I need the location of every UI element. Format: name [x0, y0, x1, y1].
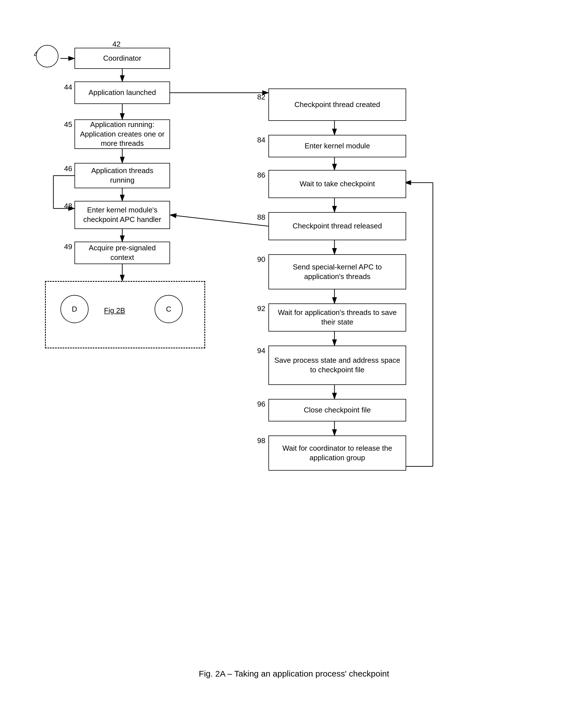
svg-line-24	[170, 215, 268, 226]
label-90: 90	[257, 255, 265, 264]
label-96: 96	[257, 400, 265, 409]
label-44: 44	[64, 83, 72, 91]
wait-coordinator-box: Wait for coordinator to release the appl…	[268, 436, 406, 471]
close-file-box: Close checkpoint file	[268, 399, 406, 422]
app-running-box: Application running: Application creates…	[74, 120, 170, 149]
wait-checkpoint-box: Wait to take checkpoint	[268, 170, 406, 198]
diagram-container: 40 42 Coordinator 44 Application launche…	[17, 17, 568, 663]
label-48: 48	[64, 202, 72, 210]
label-82: 82	[257, 93, 265, 101]
coordinator-box: Coordinator	[74, 48, 170, 69]
checkpoint-released-box: Checkpoint thread released	[268, 212, 406, 240]
checkpoint-created-box: Checkpoint thread created	[268, 88, 406, 121]
wait-threads-box: Wait for application's threads to save t…	[268, 303, 406, 331]
circle-c: C	[155, 295, 183, 323]
start-circle	[36, 45, 58, 67]
label-45: 45	[64, 120, 72, 129]
label-98: 98	[257, 436, 265, 445]
label-46: 46	[64, 164, 72, 173]
send-apc-box: Send special-kernel APC to application's…	[268, 254, 406, 289]
label-88: 88	[257, 213, 265, 222]
enter-kernel-box: Enter kernel module's checkpoint APC han…	[74, 201, 170, 229]
figure-caption: Fig. 2A – Taking an application process'…	[0, 669, 588, 679]
label-94: 94	[257, 346, 265, 355]
label-86: 86	[257, 171, 265, 180]
app-threads-box: Application threads running	[74, 163, 170, 188]
label-49: 49	[64, 242, 72, 251]
enter-kernel-module-box: Enter kernel module	[268, 135, 406, 157]
app-launched-box: Application launched	[74, 81, 170, 104]
label-42: 42	[113, 40, 121, 49]
fig2b-label: Fig 2B	[104, 306, 125, 315]
label-92: 92	[257, 304, 265, 313]
label-84: 84	[257, 136, 265, 145]
acquire-context-box: Acquire pre-signaled context	[74, 242, 170, 264]
circle-d: D	[60, 295, 88, 323]
save-state-box: Save process state and address space to …	[268, 345, 406, 385]
